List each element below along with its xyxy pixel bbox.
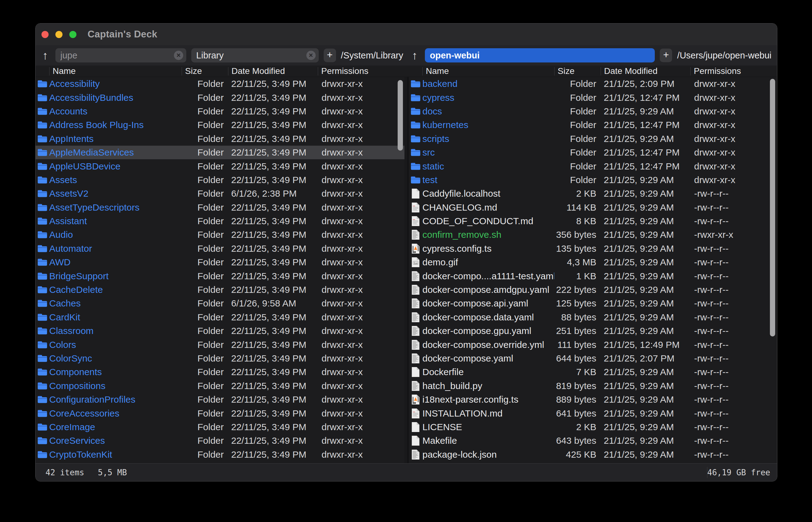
- file-row[interactable]: demo.gif 4,3 MB 21/1/25, 9:29 AM -rw-r--…: [409, 256, 777, 269]
- file-type-icon: [409, 175, 422, 185]
- file-name: cypress: [422, 93, 554, 103]
- left-column-headers: Name Size Date Modified Permissions: [36, 65, 404, 77]
- file-row[interactable]: confirm_remove.sh 356 bytes 21/1/25, 9:2…: [409, 228, 777, 242]
- file-row[interactable]: docker-compose.yaml 644 bytes 21/1/25, 2…: [409, 352, 777, 365]
- file-row[interactable]: Automator Folder 22/11/25, 3:49 PM drwxr…: [36, 242, 404, 256]
- file-permissions: -rw-r--r--: [690, 422, 777, 432]
- close-window-button[interactable]: [41, 31, 49, 38]
- clear-icon[interactable]: ✕: [174, 51, 183, 60]
- file-permissions: drwxr-xr-x: [318, 79, 404, 89]
- file-row[interactable]: ColorSync Folder 22/11/25, 3:49 PM drwxr…: [36, 352, 404, 365]
- file-row[interactable]: Assistant Folder 22/11/25, 3:49 PM drwxr…: [36, 214, 404, 228]
- file-row[interactable]: AWD Folder 22/11/25, 3:49 PM drwxr-xr-x: [36, 256, 404, 269]
- file-row[interactable]: Makefile 643 bytes 21/1/25, 9:29 AM -rw-…: [409, 434, 777, 447]
- file-row[interactable]: Components Folder 22/11/25, 3:49 PM drwx…: [36, 365, 404, 379]
- file-row[interactable]: docker-compose.override.yml 111 bytes 21…: [409, 338, 777, 351]
- file-row[interactable]: cypress.config.ts 135 bytes 21/1/25, 9:2…: [409, 242, 777, 256]
- file-row[interactable]: scripts Folder 21/1/25, 9:29 AM drwxr-xr…: [409, 132, 777, 146]
- file-row[interactable]: BridgeSupport Folder 22/11/25, 3:49 PM d…: [36, 269, 404, 283]
- file-row[interactable]: Audio Folder 22/11/25, 3:49 PM drwxr-xr-…: [36, 228, 404, 242]
- file-row[interactable]: test Folder 21/1/25, 9:29 AM drwxr-xr-x: [409, 173, 777, 187]
- file-row[interactable]: AccessibilityBundles Folder 22/11/25, 3:…: [36, 91, 404, 104]
- file-row[interactable]: docker-compose.amdgpu.yaml 222 bytes 21/…: [409, 283, 777, 297]
- left-header-date[interactable]: Date Modified: [228, 67, 318, 76]
- left-header-size[interactable]: Size: [182, 67, 228, 76]
- file-date-modified: 21/1/25, 12:49 PM: [601, 340, 690, 350]
- file-row[interactable]: static Folder 21/1/25, 12:47 PM drwxr-xr…: [409, 159, 777, 173]
- file-row[interactable]: docker-compo....a1111-test.yaml 1 KB 21/…: [409, 269, 777, 283]
- left-name-input[interactable]: Library ✕: [191, 48, 318, 62]
- right-header-name[interactable]: Name: [422, 67, 554, 76]
- file-date-modified: 21/1/25, 9:29 AM: [601, 216, 690, 226]
- file-row[interactable]: Dockerfile 7 KB 21/1/25, 9:29 AM -rw-r--…: [409, 365, 777, 379]
- file-row[interactable]: LICENSE 2 KB 21/1/25, 9:29 AM -rw-r--r--: [409, 420, 777, 434]
- right-header-size[interactable]: Size: [554, 67, 601, 76]
- file-row[interactable]: CoreServices Folder 22/11/25, 3:49 PM dr…: [36, 434, 404, 447]
- file-name: Accounts: [49, 106, 182, 117]
- file-row[interactable]: CardKit Folder 22/11/25, 3:49 PM drwxr-x…: [36, 310, 404, 324]
- file-row[interactable]: AppleUSBDevice Folder 22/11/25, 3:49 PM …: [36, 159, 404, 173]
- file-row[interactable]: src Folder 21/1/25, 12:47 PM drwxr-xr-x: [409, 146, 777, 159]
- file-row[interactable]: docker-compose.gpu.yaml 251 bytes 21/1/2…: [409, 324, 777, 338]
- minimize-window-button[interactable]: [55, 31, 62, 38]
- file-permissions: drwxr-xr-x: [318, 147, 404, 158]
- right-header-permissions[interactable]: Permissions: [690, 67, 777, 76]
- file-row[interactable]: Caches Folder 6/1/26, 9:58 AM drwxr-xr-x: [36, 297, 404, 310]
- file-row[interactable]: kubernetes Folder 21/1/25, 12:47 PM drwx…: [409, 118, 777, 132]
- left-header-name[interactable]: Name: [49, 67, 182, 76]
- file-row[interactable]: i18next-parser.config.ts 889 bytes 21/1/…: [409, 393, 777, 406]
- file-row[interactable]: CacheDelete Folder 22/11/25, 3:49 PM drw…: [36, 283, 404, 297]
- zoom-window-button[interactable]: [69, 31, 76, 38]
- file-name: docs: [422, 106, 554, 117]
- file-row[interactable]: CHANGELOG.md 114 KB 21/1/25, 9:29 AM -rw…: [409, 201, 777, 214]
- file-row[interactable]: INSTALLATION.md 641 bytes 21/1/25, 9:29 …: [409, 406, 777, 420]
- file-row[interactable]: CoreImage Folder 22/11/25, 3:49 PM drwxr…: [36, 420, 404, 434]
- clear-icon[interactable]: ✕: [306, 51, 316, 60]
- file-row[interactable]: Caddyfile.localhost 2 KB 21/1/25, 9:29 A…: [409, 187, 777, 200]
- file-row[interactable]: AssetsV2 Folder 6/1/26, 2:38 PM drwxr-xr…: [36, 187, 404, 200]
- file-row[interactable]: ConfigurationProfiles Folder 22/11/25, 3…: [36, 393, 404, 406]
- right-header-date[interactable]: Date Modified: [601, 67, 690, 76]
- file-row[interactable]: Accessibility Folder 22/11/25, 3:49 PM d…: [36, 77, 404, 91]
- file-date-modified: 22/11/25, 3:49 PM: [228, 422, 318, 432]
- left-filter-input[interactable]: jupe ✕: [55, 48, 186, 62]
- left-header-permissions[interactable]: Permissions: [318, 67, 404, 76]
- file-row[interactable]: AppIntents Folder 22/11/25, 3:49 PM drwx…: [36, 132, 404, 146]
- file-row[interactable]: CoreAccessories Folder 22/11/25, 3:49 PM…: [36, 406, 404, 420]
- up-directory-icon[interactable]: ↑: [40, 50, 51, 61]
- file-row[interactable]: docker-compose.data.yaml 88 bytes 21/1/2…: [409, 310, 777, 324]
- file-row[interactable]: docs Folder 21/1/25, 9:29 AM drwxr-xr-x: [409, 104, 777, 118]
- file-row[interactable]: CODE_OF_CONDUCT.md 8 KB 21/1/25, 9:29 AM…: [409, 214, 777, 228]
- file-row[interactable]: Accounts Folder 22/11/25, 3:49 PM drwxr-…: [36, 104, 404, 118]
- left-add-button[interactable]: +: [324, 48, 336, 62]
- up-directory-icon[interactable]: ↑: [409, 50, 420, 61]
- file-row[interactable]: Compositions Folder 22/11/25, 3:49 PM dr…: [36, 379, 404, 393]
- file-row[interactable]: Assets Folder 22/11/25, 3:49 PM drwxr-xr…: [36, 173, 404, 187]
- file-permissions: drwxr-xr-x: [318, 243, 404, 254]
- file-row[interactable]: package-lock.json 425 KB 21/1/25, 9:29 A…: [409, 448, 777, 461]
- file-row[interactable]: CryptoTokenKit Folder 22/11/25, 3:49 PM …: [36, 448, 404, 461]
- right-filter-input[interactable]: open-webui: [425, 48, 655, 62]
- file-row[interactable]: Colors Folder 22/11/25, 3:49 PM drwxr-xr…: [36, 338, 404, 351]
- file-name: Colors: [49, 340, 182, 350]
- file-row[interactable]: Address Book Plug-Ins Folder 22/11/25, 3…: [36, 118, 404, 132]
- right-add-button[interactable]: +: [660, 48, 672, 62]
- file-type-icon: [36, 380, 49, 392]
- file-row[interactable]: hatch_build.py 819 bytes 21/1/25, 9:29 A…: [409, 379, 777, 393]
- file-size: 4,3 MB: [554, 257, 601, 267]
- file-size: 1 KB: [554, 271, 601, 281]
- file-permissions: drwxr-xr-x: [690, 147, 777, 158]
- file-date-modified: 21/1/25, 9:29 AM: [601, 367, 690, 377]
- file-row[interactable]: cypress Folder 21/1/25, 12:47 PM drwxr-x…: [409, 91, 777, 104]
- file-row[interactable]: docker-compose.api.yaml 125 bytes 21/1/2…: [409, 297, 777, 310]
- file-row[interactable]: Classroom Folder 22/11/25, 3:49 PM drwxr…: [36, 324, 404, 338]
- file-row[interactable]: AssetTypeDescriptors Folder 22/11/25, 3:…: [36, 201, 404, 214]
- file-row[interactable]: AppleMediaServices Folder 22/11/25, 3:49…: [36, 146, 404, 159]
- file-permissions: drwxr-xr-x: [690, 134, 777, 144]
- left-scrollbar-thumb[interactable]: [398, 80, 403, 150]
- file-row[interactable]: backend Folder 21/1/25, 2:09 PM drwxr-xr…: [409, 77, 777, 91]
- right-scrollbar-thumb[interactable]: [770, 79, 775, 337]
- file-name: Dockerfile: [422, 367, 554, 377]
- file-date-modified: 21/1/25, 9:29 AM: [601, 394, 690, 405]
- file-date-modified: 21/1/25, 9:29 AM: [601, 422, 690, 432]
